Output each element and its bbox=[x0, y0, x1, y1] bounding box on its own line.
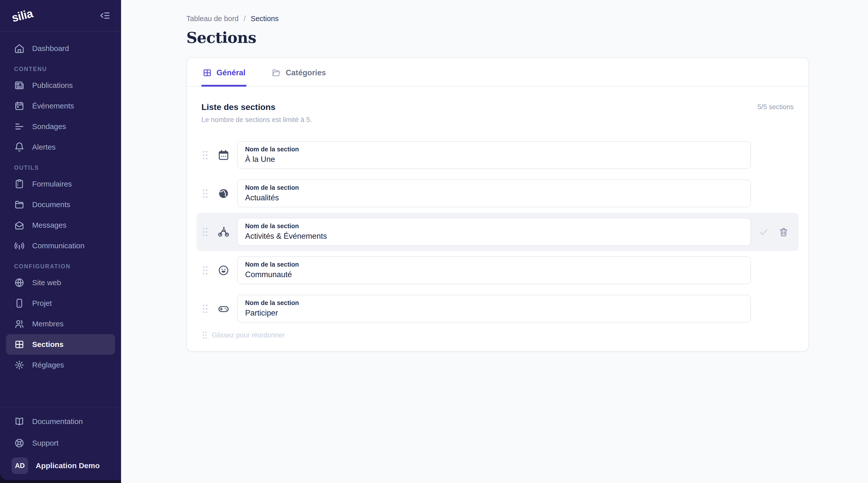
sidebar-item-sections[interactable]: Sections bbox=[6, 334, 115, 355]
section-name-field[interactable]: Nom de la section Participer bbox=[237, 295, 751, 323]
sidebar-item-projet[interactable]: Projet bbox=[0, 293, 121, 314]
mail-open-icon bbox=[14, 220, 25, 230]
calendar-icon bbox=[14, 101, 25, 111]
sidebar-item-label: Projet bbox=[32, 299, 52, 308]
sidebar-nav: Dashboard CONTENU Publications Événement… bbox=[0, 32, 121, 407]
drag-handle-icon[interactable] bbox=[202, 265, 209, 276]
sidebar-item-label: Support bbox=[32, 439, 59, 447]
card-body: Liste des sections Le nombre de sections… bbox=[187, 87, 808, 351]
sidebar-footer: Documentation Support AD Application Dem… bbox=[0, 407, 121, 480]
section-row: Nom de la section Communauté bbox=[196, 251, 799, 289]
grid-icon bbox=[203, 68, 212, 77]
tab-label: Catégories bbox=[285, 68, 326, 77]
section-row: Nom de la section À la Une bbox=[196, 136, 799, 174]
sidebar-item-label: Site web bbox=[32, 279, 61, 287]
sidebar-item-label: Sondages bbox=[32, 122, 66, 131]
main-content: Tableau de bord / Sections Sections Géné… bbox=[121, 0, 868, 351]
field-label: Nom de la section bbox=[245, 222, 743, 230]
section-counter: 5/5 sections bbox=[757, 102, 794, 111]
smartphone-icon bbox=[14, 298, 25, 309]
tab-categories[interactable]: Catégories bbox=[271, 58, 327, 86]
breadcrumb-link-dashboard[interactable]: Tableau de bord bbox=[186, 14, 239, 23]
sidebar-item-label: Événements bbox=[32, 102, 74, 110]
drag-handle-icon bbox=[202, 330, 208, 340]
drag-handle-icon[interactable] bbox=[202, 150, 209, 161]
sidebar-item-dashboard[interactable]: Dashboard bbox=[0, 38, 121, 59]
earth-icon bbox=[217, 188, 229, 200]
sidebar-item-label: Membres bbox=[32, 320, 64, 328]
page-title: Sections bbox=[186, 29, 854, 46]
sidebar-group-contenu: CONTENU bbox=[0, 66, 121, 72]
field-label: Nom de la section bbox=[245, 299, 743, 307]
home-icon bbox=[14, 43, 25, 54]
silia-logo[interactable]: silia bbox=[10, 6, 34, 25]
sidebar-item-messages[interactable]: Messages bbox=[0, 215, 121, 235]
sidebar-item-sondages[interactable]: Sondages bbox=[0, 116, 121, 137]
clipboard-icon bbox=[14, 179, 25, 189]
globe-icon bbox=[14, 278, 25, 288]
sidebar-item-label: Publications bbox=[32, 81, 73, 90]
sidebar-item-label: Sections bbox=[32, 340, 64, 349]
field-value: Activités & Événements bbox=[245, 231, 743, 241]
row-actions bbox=[751, 227, 794, 237]
section-row: Nom de la section Participer bbox=[196, 289, 799, 328]
drag-handle-icon[interactable] bbox=[202, 303, 209, 314]
sidebar-item-label: Dashboard bbox=[32, 44, 69, 53]
sidebar-group-configuration: CONFIGURATION bbox=[0, 263, 121, 270]
sidebar-item-label: Communication bbox=[32, 242, 84, 250]
reorder-hint-text: Glissez pour réordonner bbox=[212, 331, 285, 339]
panel-subtitle: Le nombre de sections est limité à 5. bbox=[202, 116, 312, 124]
poll-icon bbox=[14, 121, 25, 132]
sections-list: Nom de la section À la Une Nom de la sec… bbox=[202, 136, 794, 328]
panel-title: Liste des sections bbox=[202, 102, 312, 112]
sidebar-panel: silia Dashboard CONTENU Publications Évé… bbox=[0, 0, 121, 480]
tab-label: Général bbox=[217, 68, 245, 77]
folder-icon bbox=[14, 199, 25, 210]
sidebar-item-evenements[interactable]: Événements bbox=[0, 96, 121, 116]
calendar-icon bbox=[217, 149, 229, 161]
section-name-field[interactable]: Nom de la section À la Une bbox=[237, 141, 751, 169]
user-menu[interactable]: AD Application Demo bbox=[0, 454, 121, 474]
sidebar-item-documents[interactable]: Documents bbox=[0, 194, 121, 215]
breadcrumb: Tableau de bord / Sections bbox=[186, 14, 854, 23]
tab-general[interactable]: Général bbox=[202, 58, 246, 86]
book-open-icon bbox=[14, 416, 25, 427]
breadcrumb-separator: / bbox=[244, 14, 246, 23]
field-value: Communauté bbox=[245, 270, 743, 280]
field-value: À la Une bbox=[245, 155, 743, 164]
sidebar-item-label: Messages bbox=[32, 221, 67, 229]
reorder-hint: Glissez pour réordonner bbox=[202, 330, 794, 340]
sidebar-group-outils: OUTILS bbox=[0, 164, 121, 171]
drag-handle-icon[interactable] bbox=[202, 188, 209, 199]
field-value: Participer bbox=[245, 308, 743, 318]
section-row: Nom de la section Actualités bbox=[196, 174, 799, 213]
sidebar-item-formulaires[interactable]: Formulaires bbox=[0, 174, 121, 194]
sidebar-item-support[interactable]: Support bbox=[0, 432, 121, 454]
sidebar-item-publications[interactable]: Publications bbox=[0, 75, 121, 96]
confirm-check-icon[interactable] bbox=[758, 227, 769, 237]
sidebar-item-site-web[interactable]: Site web bbox=[0, 272, 121, 293]
field-label: Nom de la section bbox=[245, 146, 743, 153]
face-icon bbox=[217, 264, 229, 277]
section-name-field[interactable]: Nom de la section Activités & Événements bbox=[237, 218, 751, 246]
section-name-field[interactable]: Nom de la section Actualités bbox=[237, 180, 751, 207]
sidebar-item-membres[interactable]: Membres bbox=[0, 314, 121, 334]
bell-icon bbox=[14, 142, 25, 152]
gear-icon bbox=[14, 360, 25, 370]
sidebar-item-communication[interactable]: Communication bbox=[0, 235, 121, 256]
tab-bar: Général Catégories bbox=[187, 58, 808, 87]
sidebar-item-reglages[interactable]: Réglages bbox=[0, 355, 121, 375]
sidebar-item-alertes[interactable]: Alertes bbox=[0, 137, 121, 157]
avatar: AD bbox=[11, 457, 28, 474]
trash-icon[interactable] bbox=[779, 227, 788, 237]
drag-handle-icon[interactable] bbox=[202, 226, 209, 237]
users-icon bbox=[14, 319, 25, 329]
panel-header: Liste des sections Le nombre de sections… bbox=[202, 102, 794, 124]
sidebar-item-documentation[interactable]: Documentation bbox=[0, 411, 121, 432]
gamepad-icon bbox=[217, 303, 229, 315]
folder-open-icon bbox=[272, 68, 281, 77]
collapse-sidebar-icon[interactable] bbox=[99, 10, 111, 21]
section-name-field[interactable]: Nom de la section Communauté bbox=[237, 256, 751, 284]
field-label: Nom de la section bbox=[245, 184, 743, 191]
breadcrumb-current: Sections bbox=[251, 14, 279, 23]
